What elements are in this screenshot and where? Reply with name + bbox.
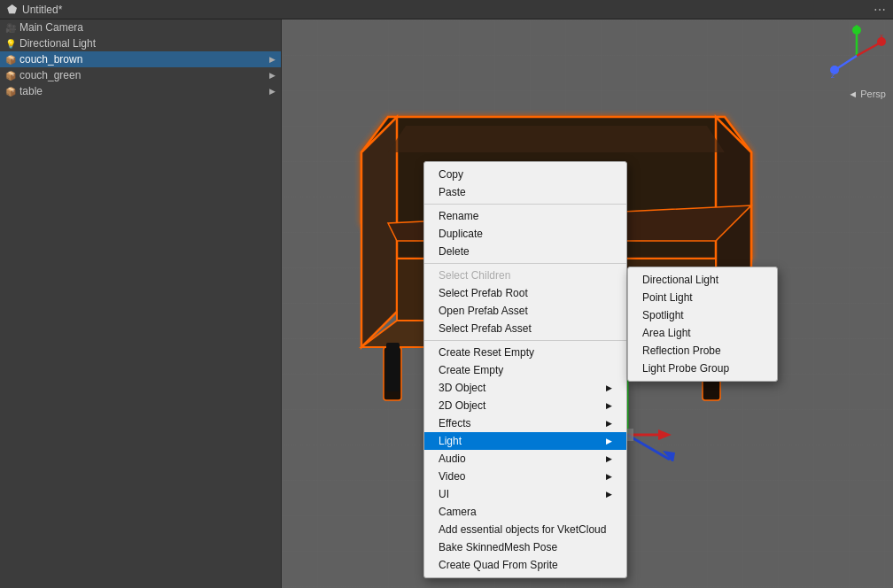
menu-item-label: Light [439,435,462,447]
submenu-item-label: Point Light [642,291,693,304]
menu-item-label: Select Prefab Root [439,287,528,299]
menu-separator [424,204,626,205]
submenu-arrow-icon: ▶ [606,490,612,499]
context-menu-item-delete[interactable]: Delete [424,243,626,260]
context-menu-item-create-reset-empty[interactable]: Create Reset Empty [424,344,626,361]
context-menu-item-select-prefab-root[interactable]: Select Prefab Root [424,284,626,302]
context-menu-item-create-empty[interactable]: Create Empty [424,361,626,379]
menu-separator [424,263,626,264]
menu-item-label: Video [439,470,465,483]
svg-line-24 [836,56,857,69]
expand-arrow-icon: ▶ [269,55,276,64]
hierarchy-item-label: couch_brown [19,53,82,66]
submenu-item-label: Reflection Probe [642,344,721,357]
context-menu: CopyPasteRenameDuplicateDeleteSelect Chi… [423,161,627,578]
submenu-item-label: Area Light [642,327,691,339]
menu-separator [424,340,626,341]
submenu-light-item-light-probe-group[interactable]: Light Probe Group [628,360,777,377]
expand-arrow-icon: ▶ [269,87,276,96]
svg-line-21 [857,43,881,56]
hierarchy-item-icon: 🎥 [5,23,16,33]
submenu-item-label: Directional Light [642,274,718,286]
menu-item-label: 3D Object [439,382,485,394]
context-menu-item-camera[interactable]: Camera [424,503,626,521]
hierarchy-item-icon: 💡 [5,39,16,49]
menu-item-label: Open Prefab Asset [439,305,528,317]
submenu-arrow-icon: ▶ [606,472,612,481]
context-menu-item-audio[interactable]: Audio▶ [424,450,626,468]
window-title: Untitled* [22,4,62,16]
unity-logo-icon: ⬟ [7,3,17,16]
context-menu-item-light[interactable]: Light▶ [424,432,626,450]
submenu-arrow-icon: ▶ [606,419,612,428]
submenu-arrow-icon: ▶ [606,383,612,392]
menu-item-label: 2D Object [439,399,485,412]
submenu-arrow-icon: ▶ [606,437,612,445]
submenu-arrow-icon: ▶ [606,454,612,463]
menu-item-label: Effects [439,417,470,429]
menu-item-label: Create Reset Empty [439,346,534,359]
svg-marker-10 [388,126,725,152]
context-menu-item-select-prefab-asset[interactable]: Select Prefab Asset [424,320,626,337]
submenu-arrow-icon: ▶ [606,401,612,410]
main-layout: 🎥Main Camera💡Directional Light📦couch_bro… [0,19,893,588]
submenu-light-item-reflection-probe[interactable]: Reflection Probe [628,342,777,360]
submenu-light: Directional LightPoint LightSpotlightAre… [627,267,778,382]
more-options-icon[interactable]: ⋯ [874,3,886,17]
menu-item-label: UI [439,488,449,500]
expand-arrow-icon: ▶ [269,71,276,80]
hierarchy-item-icon: 📦 [5,87,16,97]
menu-item-label: Copy [439,168,463,181]
menu-item-label: Bake SkinnedMesh Pose [439,541,557,553]
context-menu-item-bake-skinnedmesh[interactable]: Bake SkinnedMesh Pose [424,538,626,556]
menu-item-label: Create Quad From Sprite [439,559,558,571]
context-menu-item-open-prefab-asset[interactable]: Open Prefab Asset [424,302,626,320]
hierarchy-item-label: couch_green [19,69,81,81]
menu-item-label: Add essential objects for VketCloud [439,523,606,536]
menu-item-label: Camera [439,506,477,518]
context-menu-item-3d-object[interactable]: 3D Object▶ [424,379,626,397]
context-menu-item-ui[interactable]: UI▶ [424,485,626,503]
hierarchy-item-couch-green[interactable]: 📦couch_green▶ [0,67,281,83]
context-menu-item-2d-object[interactable]: 2D Object▶ [424,397,626,414]
context-menu-item-duplicate[interactable]: Duplicate [424,225,626,243]
submenu-light-item-directional-light[interactable]: Directional Light [628,271,777,289]
submenu-item-label: Light Probe Group [642,362,729,375]
hierarchy-item-couch-brown[interactable]: 📦couch_brown▶ [0,51,281,67]
svg-text:x: x [880,32,883,40]
hierarchy-item-directional-light[interactable]: 💡Directional Light [0,35,281,51]
hierarchy-list: 🎥Main Camera💡Directional Light📦couch_bro… [0,19,281,99]
svg-marker-14 [658,429,672,440]
hierarchy-item-main-camera[interactable]: 🎥Main Camera [0,19,281,35]
menu-item-label: Select Children [439,269,510,282]
submenu-light-item-area-light[interactable]: Area Light [628,324,777,342]
context-menu-item-copy[interactable]: Copy [424,166,626,183]
submenu-item-label: Spotlight [642,309,684,321]
svg-text:y: y [855,25,858,28]
hierarchy-item-icon: 📦 [5,71,16,81]
scene-view[interactable]: y x z ◄ Persp CopyPasteRenameDuplicateDe… [282,19,893,588]
menu-item-label: Audio [439,453,466,465]
submenu-light-item-spotlight[interactable]: Spotlight [628,306,777,324]
menu-item-label: Paste [439,186,466,198]
svg-text:z: z [831,72,835,80]
scene-gizmo: y x z [826,25,888,87]
context-menu-item-paste[interactable]: Paste [424,183,626,201]
menu-item-label: Rename [439,210,478,222]
svg-rect-8 [386,343,400,391]
persp-label: ◄ Persp [848,89,886,99]
submenu-light-item-point-light[interactable]: Point Light [628,289,777,306]
hierarchy-item-table[interactable]: 📦table▶ [0,83,281,99]
hierarchy-item-icon: 📦 [5,55,16,65]
top-bar: ⬟ Untitled* ⋯ [0,0,893,19]
context-menu-item-create-quad[interactable]: Create Quad From Sprite [424,556,626,574]
menu-item-label: Select Prefab Asset [439,322,532,335]
hierarchy-panel: 🎥Main Camera💡Directional Light📦couch_bro… [0,19,282,588]
context-menu-item-video[interactable]: Video▶ [424,468,626,485]
context-menu-item-effects[interactable]: Effects▶ [424,414,626,432]
context-menu-item-rename[interactable]: Rename [424,207,626,225]
menu-item-label: Create Empty [439,364,503,376]
svg-line-15 [627,435,670,460]
context-menu-item-select-children: Select Children [424,267,626,284]
context-menu-item-add-essential[interactable]: Add essential objects for VketCloud [424,521,626,538]
